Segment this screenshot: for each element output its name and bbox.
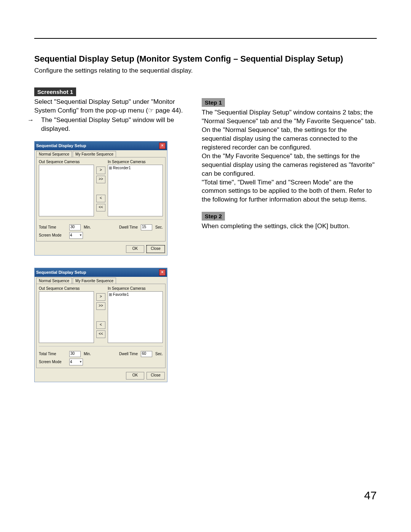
tab-my-favorite-sequence[interactable]: My Favorite Sequence: [73, 151, 116, 157]
intro-text: Configure the settings relating to the s…: [34, 67, 377, 75]
step2-tag: Step 2: [202, 212, 225, 221]
move-buttons: > >> < <<: [96, 286, 105, 343]
chevron-down-icon: ▼: [79, 360, 82, 364]
dwell-time-input[interactable]: 60: [141, 351, 152, 357]
top-rule: [34, 38, 377, 39]
tab-my-favorite-sequence[interactable]: My Favorite Sequence: [73, 278, 116, 284]
tab-strip: Normal Sequence My Favorite Sequence: [35, 277, 167, 284]
close-icon[interactable]: ×: [159, 269, 166, 276]
step1-tag: Step 1: [202, 98, 225, 107]
step2-text: When completing the settings, click the …: [202, 222, 377, 231]
move-left-button[interactable]: <: [96, 321, 105, 329]
move-right-button[interactable]: >: [96, 293, 105, 301]
dialog-titlebar: Sequential Display Setup ×: [35, 268, 167, 277]
tab-panel: Out Sequence Cameras > >> < << In Sequen…: [36, 284, 166, 368]
in-sequence-list[interactable]: Favorite1: [108, 291, 163, 343]
step1-text: The "Sequential Display Setup" window co…: [202, 108, 377, 204]
dwell-time-input[interactable]: 15: [141, 224, 152, 230]
move-left-all-button[interactable]: <<: [96, 204, 105, 211]
move-right-all-button[interactable]: >>: [96, 176, 105, 183]
page-number: 47: [364, 489, 377, 502]
screenshot-text-b: →The "Sequential Display Setup" window w…: [34, 116, 186, 133]
ok-button[interactable]: OK: [126, 245, 144, 253]
dwell-time-unit: Sec.: [155, 352, 163, 356]
close-button[interactable]: Close: [147, 372, 165, 380]
dialog-normal-sequence: Sequential Display Setup × Normal Sequen…: [34, 141, 167, 256]
tab-normal-sequence[interactable]: Normal Sequence: [36, 278, 72, 284]
chevron-down-icon: ▼: [79, 233, 82, 237]
tab-panel: Out Sequence Cameras > >> < << In Sequen…: [36, 157, 166, 241]
tree-item-favorite[interactable]: Favorite1: [109, 292, 162, 297]
move-left-all-button[interactable]: <<: [96, 330, 105, 338]
screen-mode-select[interactable]: 4▼: [69, 359, 83, 365]
close-icon[interactable]: ×: [159, 143, 166, 149]
total-time-input[interactable]: 30: [69, 224, 81, 230]
total-time-unit: Min.: [84, 225, 91, 229]
in-sequence-list[interactable]: Recorder1: [108, 165, 163, 216]
move-left-button[interactable]: <: [96, 195, 105, 202]
out-sequence-list[interactable]: [39, 291, 94, 343]
dwell-time-unit: Sec.: [155, 225, 163, 229]
tab-strip: Normal Sequence My Favorite Sequence: [35, 150, 167, 157]
out-sequence-label: Out Sequence Cameras: [39, 286, 94, 291]
out-sequence-list[interactable]: [39, 165, 94, 216]
total-time-input[interactable]: 30: [69, 351, 81, 357]
dialog-favorite-sequence: Sequential Display Setup × Normal Sequen…: [34, 268, 167, 382]
close-button[interactable]: Close: [147, 245, 165, 253]
total-time-label: Total Time: [39, 225, 66, 229]
dialog-title: Sequential Display Setup: [36, 270, 86, 275]
screenshot-text-a: Select "Sequential Display Setup" under …: [34, 98, 186, 115]
screen-mode-select[interactable]: 4▼: [69, 232, 83, 239]
ok-button[interactable]: OK: [126, 372, 144, 380]
move-buttons: > >> < <<: [96, 160, 105, 216]
screen-mode-label: Screen Mode: [39, 233, 66, 237]
move-right-all-button[interactable]: >>: [96, 302, 105, 310]
tree-item-recorder[interactable]: Recorder1: [109, 166, 162, 170]
screenshot-tag: Screenshot 1: [34, 87, 76, 96]
dwell-time-label: Dwell Time: [110, 225, 138, 229]
total-time-unit: Min.: [84, 352, 91, 356]
dialog-titlebar: Sequential Display Setup ×: [35, 141, 167, 150]
out-sequence-label: Out Sequence Cameras: [39, 160, 94, 164]
total-time-label: Total Time: [39, 352, 66, 356]
in-sequence-label: In Sequence Cameras: [108, 160, 163, 164]
section-title: Sequential Display Setup (Monitor System…: [34, 54, 377, 64]
arrow-icon: →: [34, 116, 41, 125]
in-sequence-label: In Sequence Cameras: [108, 286, 163, 291]
dwell-time-label: Dwell Time: [110, 352, 138, 356]
screen-mode-label: Screen Mode: [39, 360, 66, 364]
tab-normal-sequence[interactable]: Normal Sequence: [36, 151, 72, 157]
dialog-title: Sequential Display Setup: [36, 143, 86, 148]
move-right-button[interactable]: >: [96, 167, 105, 174]
